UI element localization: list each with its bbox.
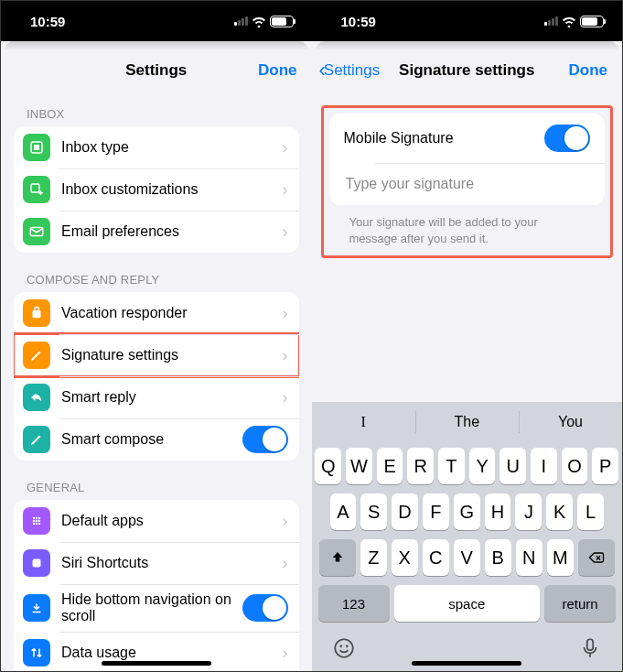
- key-p[interactable]: P: [592, 448, 618, 484]
- key-u[interactable]: U: [499, 448, 526, 484]
- key-x[interactable]: X: [392, 539, 418, 576]
- key-123[interactable]: 123: [318, 585, 390, 622]
- key-i[interactable]: I: [531, 448, 557, 484]
- row-label: Smart reply: [61, 389, 283, 406]
- toggle-smart-compose[interactable]: [242, 426, 288, 453]
- status-time: 10:59: [30, 14, 65, 29]
- home-indicator[interactable]: [412, 661, 521, 666]
- status-bar: 10:59 76: [312, 1, 623, 41]
- row-vacation-responder[interactable]: Vacation responder ›: [14, 292, 299, 334]
- signature-icon: [23, 341, 50, 369]
- key-shift[interactable]: [319, 539, 356, 576]
- chevron-right-icon: ›: [283, 346, 288, 365]
- chevron-right-icon: ›: [283, 180, 288, 200]
- dictation-button[interactable]: [578, 636, 602, 664]
- emoji-icon: [332, 636, 356, 660]
- key-r[interactable]: R: [407, 448, 434, 484]
- battery-percent: 76: [581, 16, 603, 27]
- row-signature-settings[interactable]: Signature settings ›: [14, 334, 299, 376]
- svg-point-12: [36, 523, 38, 525]
- key-a[interactable]: A: [330, 493, 357, 530]
- row-label: Smart compose: [61, 431, 242, 448]
- back-button[interactable]: ‹Settings: [319, 60, 381, 81]
- row-smart-compose[interactable]: Smart compose: [14, 418, 299, 461]
- key-v[interactable]: V: [454, 539, 480, 576]
- shift-icon: [329, 549, 346, 566]
- svg-rect-21: [587, 639, 594, 650]
- compose-group: Vacation responder › Signature settings …: [14, 292, 299, 461]
- key-space[interactable]: space: [394, 585, 541, 622]
- status-time: 10:59: [341, 14, 376, 29]
- signal-icon: [544, 16, 558, 26]
- done-button[interactable]: Done: [569, 61, 608, 80]
- key-row-1: Q W E R T Y U I O P: [316, 448, 619, 484]
- key-row-2: A S D F G H J K L: [316, 493, 619, 530]
- toggle-hide-nav[interactable]: [242, 594, 288, 622]
- key-d[interactable]: D: [392, 493, 418, 530]
- key-return[interactable]: return: [544, 585, 616, 622]
- home-indicator[interactable]: [102, 661, 211, 666]
- key-y[interactable]: Y: [469, 448, 496, 484]
- phone-right-signature: 10:59 76 ‹Settings Signature settings Do…: [312, 1, 623, 671]
- key-j[interactable]: J: [515, 493, 542, 530]
- prediction-cell[interactable]: The: [415, 402, 519, 442]
- key-c[interactable]: C: [423, 539, 449, 576]
- key-row-4: 123 space return: [316, 585, 619, 622]
- key-l[interactable]: L: [577, 493, 604, 530]
- row-siri-shortcuts[interactable]: Siri Shortcuts ›: [14, 542, 299, 584]
- keyboard[interactable]: I The You Q W E R T Y U I O P A S D F: [312, 402, 623, 671]
- keyboard-keys: Q W E R T Y U I O P A S D F G H J K L: [312, 442, 623, 629]
- key-g[interactable]: G: [454, 493, 480, 530]
- svg-point-8: [33, 520, 35, 522]
- nav-bar: Settings Done: [1, 50, 312, 91]
- row-label: Default apps: [61, 513, 283, 529]
- page-title: Settings: [125, 61, 187, 80]
- emoji-button[interactable]: [332, 636, 356, 664]
- row-label: Vacation responder: [61, 305, 283, 321]
- status-right: 76: [544, 16, 604, 27]
- key-b[interactable]: B: [485, 539, 511, 576]
- page-title: Signature settings: [399, 61, 534, 80]
- key-h[interactable]: H: [485, 493, 511, 530]
- inbox-custom-icon: [23, 176, 50, 203]
- key-z[interactable]: Z: [360, 539, 387, 576]
- row-label: Signature settings: [61, 347, 283, 363]
- row-label: Siri Shortcuts: [61, 555, 283, 571]
- section-header-compose: COMPOSE AND REPLY: [1, 253, 312, 292]
- key-w[interactable]: W: [346, 448, 372, 484]
- row-inbox-type[interactable]: Inbox type ›: [14, 126, 299, 168]
- row-hide-bottom-nav[interactable]: Hide bottom navigation on scroll: [14, 584, 299, 632]
- settings-scroll[interactable]: INBOX Inbox type › Inbox customizations …: [1, 91, 312, 671]
- key-q[interactable]: Q: [315, 448, 341, 484]
- key-n[interactable]: N: [516, 539, 542, 576]
- row-default-apps[interactable]: Default apps ›: [14, 500, 299, 542]
- done-button[interactable]: Done: [258, 61, 297, 80]
- mobile-signature-label: Mobile Signature: [344, 130, 545, 146]
- vacation-icon: [23, 299, 50, 327]
- toggle-mobile-signature[interactable]: [544, 125, 590, 152]
- section-header-general: GENERAL: [1, 461, 312, 500]
- prediction-cell[interactable]: You: [519, 402, 622, 442]
- svg-point-5: [33, 517, 35, 519]
- key-t[interactable]: T: [438, 448, 465, 484]
- row-label: Inbox type: [61, 139, 283, 156]
- key-m[interactable]: M: [547, 539, 574, 576]
- key-backspace[interactable]: [578, 539, 615, 576]
- signature-input[interactable]: Type your signature: [329, 163, 606, 205]
- svg-point-6: [36, 517, 38, 519]
- key-e[interactable]: E: [377, 448, 403, 484]
- prediction-bar: I The You: [312, 402, 623, 442]
- key-o[interactable]: O: [562, 448, 588, 484]
- key-k[interactable]: K: [546, 493, 573, 530]
- card-stack-edge: [316, 41, 619, 50]
- row-smart-reply[interactable]: Smart reply ›: [14, 376, 299, 418]
- row-email-pref[interactable]: Email preferences ›: [14, 211, 299, 253]
- row-inbox-custom[interactable]: Inbox customizations ›: [14, 168, 299, 211]
- chevron-right-icon: ›: [283, 512, 288, 531]
- key-s[interactable]: S: [360, 493, 387, 530]
- section-header-inbox: INBOX: [1, 91, 312, 126]
- mic-icon: [578, 636, 602, 660]
- svg-point-19: [339, 645, 342, 648]
- key-f[interactable]: F: [423, 493, 449, 530]
- prediction-cell[interactable]: I: [312, 402, 415, 442]
